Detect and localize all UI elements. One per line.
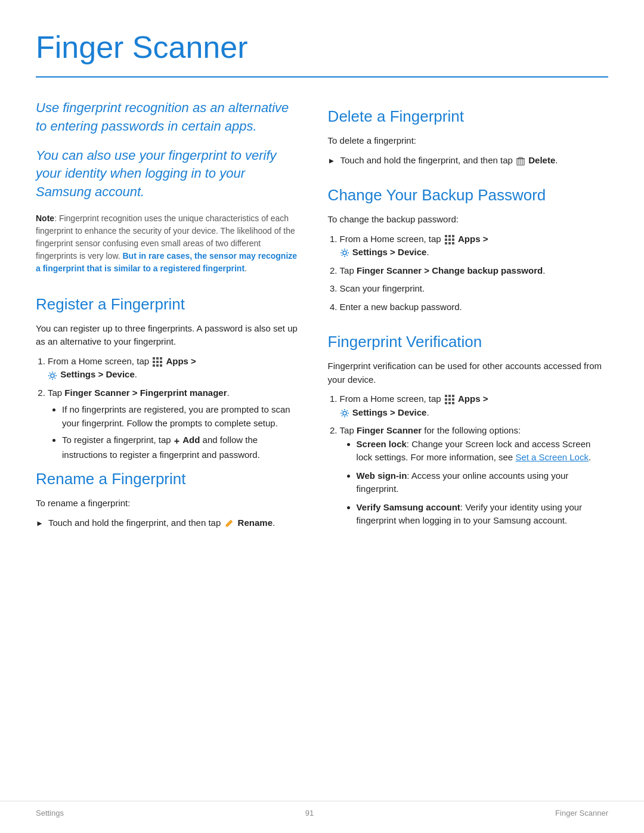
svg-rect-26 <box>448 395 451 397</box>
register-step-1: From a Home screen, tap Apps > <box>48 355 299 382</box>
register-sub-item-2: To register a fingerprint, tap + Add and… <box>62 433 299 462</box>
settings-device-label-3: Settings > Device <box>352 407 427 417</box>
settings-gear-icon-2 <box>340 248 349 258</box>
register-intro: You can register up to three fingerprint… <box>36 322 299 349</box>
svg-rect-0 <box>153 357 155 360</box>
svg-rect-18 <box>445 239 447 241</box>
register-step-2: Tap Finger Scanner > Fingerprint manager… <box>48 386 299 462</box>
change-backup-title: Change Your Backup Password <box>328 184 608 207</box>
svg-point-34 <box>343 411 346 415</box>
fp-verification-step-2: Tap Finger Scanner for the following opt… <box>340 424 608 528</box>
fp-verification-steps: From a Home screen, tap Apps > <box>328 392 608 528</box>
svg-rect-30 <box>452 398 454 401</box>
settings-device-label: Settings > Device <box>60 369 135 379</box>
fp-verification-title: Fingerprint Verification <box>328 330 608 354</box>
svg-rect-20 <box>452 239 454 241</box>
fp-bullet-verify-samsung: Verify Samsung account: Verify your iden… <box>357 501 608 528</box>
web-signin-bold: Web sign-in <box>357 470 407 481</box>
title-rule <box>36 76 608 78</box>
plus-icon: + <box>174 434 179 448</box>
svg-rect-8 <box>160 364 162 367</box>
trash-icon <box>516 156 525 166</box>
right-arrow-delete-icon: ► <box>328 155 336 167</box>
delete-arrow-item: ► Touch and hold the fingerprint, and th… <box>328 154 608 168</box>
svg-rect-21 <box>445 242 447 244</box>
fp-step2-bold: Finger Scanner <box>357 425 422 435</box>
rename-arrow-item: ► Touch and hold the fingerprint, and th… <box>36 516 299 530</box>
svg-rect-28 <box>445 398 447 401</box>
svg-rect-22 <box>448 242 451 244</box>
fp-verification-bullets: Screen lock: Change your Screen lock and… <box>340 438 608 528</box>
svg-rect-17 <box>452 235 454 237</box>
delete-arrow-text: Touch and hold the fingerprint, and then… <box>340 154 558 168</box>
change-backup-intro: To change the backup password: <box>328 213 608 227</box>
delete-intro: To delete a fingerprint: <box>328 134 608 148</box>
register-sub-item-1: If no fingerprints are registered, you a… <box>62 403 299 430</box>
svg-rect-25 <box>445 395 447 397</box>
two-column-layout: Use fingerprint recognition as an altern… <box>36 99 608 534</box>
rename-bold: Rename <box>238 518 273 528</box>
intro-para2: You can also use your fingerprint to ver… <box>36 147 299 202</box>
register-sub-list: If no fingerprints are registered, you a… <box>48 403 299 462</box>
svg-rect-33 <box>452 402 454 404</box>
register-steps-list: From a Home screen, tap Apps > <box>36 355 299 462</box>
fp-bullet-screen-lock: Screen lock: Change your Screen lock and… <box>357 438 608 465</box>
svg-point-24 <box>343 251 346 255</box>
apps-grid-icon-3 <box>444 394 455 405</box>
change-backup-step-2: Tap Finger Scanner > Change backup passw… <box>340 264 608 278</box>
rename-intro: To rename a fingerprint: <box>36 497 299 510</box>
left-column: Use fingerprint recognition as an altern… <box>36 99 299 534</box>
rename-title: Rename a Fingerprint <box>36 467 299 491</box>
note-label: Note <box>36 213 54 223</box>
right-arrow-icon: ► <box>36 518 44 529</box>
svg-point-9 <box>51 374 54 377</box>
svg-rect-6 <box>153 364 155 367</box>
change-backup-step-1: From a Home screen, tap Apps > <box>340 233 608 259</box>
footer-center: 91 <box>305 807 314 819</box>
delete-bold: Delete <box>528 155 555 165</box>
register-step2-bold: Finger Scanner > Fingerprint manager <box>64 388 227 398</box>
add-label: Add <box>182 435 200 445</box>
right-column: Delete a Fingerprint To delete a fingerp… <box>328 99 608 534</box>
apps-grid-icon <box>152 357 163 367</box>
footer-left: Settings <box>36 807 64 819</box>
settings-gear-icon <box>48 371 57 380</box>
fp-bullet-web-signin: Web sign-in: Access your online accounts… <box>357 469 608 496</box>
apps-label-3: Apps > <box>458 394 488 404</box>
apps-grid-icon-2 <box>444 234 455 245</box>
svg-rect-31 <box>445 402 447 404</box>
apps-label: Apps > <box>166 356 196 366</box>
svg-rect-3 <box>153 361 155 363</box>
delete-title: Delete a Fingerprint <box>328 105 608 128</box>
settings-device-label-2: Settings > Device <box>352 247 427 257</box>
settings-gear-icon-3 <box>340 408 349 418</box>
rename-arrow-text: Touch and hold the fingerprint, and then… <box>48 516 275 530</box>
svg-rect-23 <box>452 242 454 244</box>
svg-rect-16 <box>448 235 451 237</box>
apps-label-2: Apps > <box>458 234 488 244</box>
footer: Settings 91 Finger Scanner <box>0 801 644 819</box>
change-backup-step-3: Scan your fingerprint. <box>340 282 608 296</box>
rename-pen-icon <box>224 519 234 528</box>
svg-rect-29 <box>448 398 451 401</box>
footer-right: Finger Scanner <box>555 807 608 819</box>
fp-verification-step-1: From a Home screen, tap Apps > <box>340 392 608 419</box>
intro-para1: Use fingerprint recognition as an altern… <box>36 99 299 136</box>
svg-rect-19 <box>448 239 451 241</box>
change-backup-step-4: Enter a new backup password. <box>340 301 608 314</box>
note-warning-end: . <box>244 264 247 273</box>
screen-lock-bold: Screen lock <box>357 439 407 449</box>
svg-rect-5 <box>160 361 162 363</box>
svg-rect-2 <box>160 357 162 360</box>
svg-rect-15 <box>445 235 447 237</box>
screen-lock-link[interactable]: Set a Screen Lock <box>515 452 589 462</box>
svg-rect-7 <box>156 364 159 367</box>
svg-rect-32 <box>448 402 451 404</box>
change-backup-steps: From a Home screen, tap Apps > <box>328 233 608 314</box>
note-block: Note: Fingerprint recognition uses the u… <box>36 212 299 275</box>
verify-samsung-bold: Verify Samsung account <box>357 502 460 512</box>
svg-rect-27 <box>452 395 454 397</box>
step2-bold: Finger Scanner > Change backup password <box>357 265 543 275</box>
page-title: Finger Scanner <box>36 24 608 70</box>
register-title: Register a Fingerprint <box>36 293 299 316</box>
